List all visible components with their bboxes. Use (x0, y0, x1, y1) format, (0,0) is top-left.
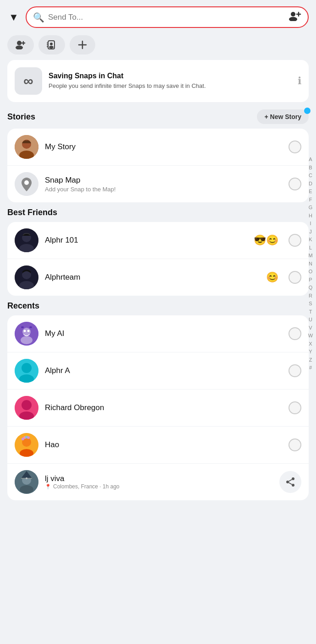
alpha-S[interactable]: S (307, 300, 314, 308)
best-friends-title: Best Friends (7, 208, 57, 217)
list-item[interactable]: Richard Obregon (7, 390, 309, 427)
best-friends-section: Best Friends Alphr 101 😎😊 (0, 208, 316, 301)
new-story-button[interactable]: + New Story (257, 109, 309, 124)
alpha-D[interactable]: D (307, 180, 314, 188)
list-item[interactable]: Alphrteam 😊 (7, 259, 309, 296)
add-friends-icon[interactable] (289, 11, 301, 23)
alpha-H[interactable]: H (307, 212, 314, 220)
item-name: My AI (45, 329, 282, 338)
select-radio[interactable] (289, 401, 301, 414)
svg-rect-33 (29, 326, 32, 328)
item-name: lj viva (45, 474, 273, 483)
alpha-R[interactable]: R (307, 292, 314, 300)
search-input[interactable] (48, 13, 285, 22)
notice-text: Saving Snaps in Chat People you send inf… (49, 72, 291, 90)
alpha-T[interactable]: T (307, 308, 314, 316)
item-info: My Story (45, 142, 282, 152)
list-item[interactable]: Alphr 101 😎😊 (7, 222, 309, 259)
best-friends-header: Best Friends (7, 208, 309, 217)
stories-header: Stories + New Story (7, 109, 309, 124)
friend-emojis: 😊 (266, 271, 278, 283)
alpha-J[interactable]: J (307, 228, 314, 236)
alpha-G[interactable]: G (307, 204, 314, 211)
alpha-W[interactable]: W (307, 332, 314, 340)
svg-point-4 (17, 41, 22, 45)
avatar (15, 172, 38, 196)
quick-actions (0, 32, 316, 60)
select-radio[interactable] (289, 438, 301, 451)
contacts-button[interactable] (38, 35, 65, 54)
alpha-hash[interactable]: # (307, 364, 314, 372)
alpha-U[interactable]: U (307, 316, 314, 324)
list-item[interactable]: My AI (7, 315, 309, 352)
select-radio[interactable] (289, 271, 301, 284)
select-radio[interactable] (289, 364, 301, 377)
alpha-A[interactable]: A (307, 156, 314, 163)
alpha-F[interactable]: F (307, 196, 314, 204)
alpha-Z[interactable]: Z (307, 356, 314, 364)
svg-point-30 (24, 330, 26, 332)
svg-point-52 (26, 477, 27, 479)
recents-header: Recents (7, 301, 309, 311)
item-info: Hao (45, 440, 282, 449)
alpha-Q[interactable]: Q (307, 284, 314, 292)
item-info: Snap Map Add your Snap to the Map! (45, 176, 282, 193)
list-item[interactable]: lj viva 📍 Colombes, France · 1h ago (7, 464, 309, 500)
select-radio[interactable] (289, 141, 301, 153)
select-radio[interactable] (289, 327, 301, 340)
location-pin-icon: 📍 (45, 484, 51, 490)
item-subtitle: 📍 Colombes, France · 1h ago (45, 483, 273, 490)
svg-point-31 (27, 330, 30, 332)
item-name: Alphrteam (45, 273, 260, 282)
alpha-O[interactable]: O (307, 268, 314, 276)
alpha-L[interactable]: L (307, 244, 314, 252)
select-radio[interactable] (289, 234, 301, 247)
svg-point-35 (22, 363, 32, 373)
item-name: Snap Map (45, 176, 282, 185)
svg-point-29 (21, 336, 33, 344)
list-item[interactable]: Snap Map Add your Snap to the Map! (7, 166, 309, 202)
item-name: Hao (45, 440, 282, 449)
svg-point-53 (292, 477, 294, 480)
svg-point-20 (24, 180, 29, 185)
recents-section: Recents My AI (0, 301, 316, 506)
alpha-V[interactable]: V (307, 324, 314, 332)
alpha-I[interactable]: I (307, 220, 314, 227)
new-story-notification-dot (304, 108, 311, 114)
search-bar[interactable]: 🔍 (26, 6, 309, 28)
share-button[interactable] (279, 471, 301, 493)
info-icon[interactable]: ℹ (298, 75, 301, 87)
svg-point-0 (291, 12, 295, 16)
alpha-K[interactable]: K (307, 236, 314, 244)
chevron-down-icon[interactable]: ▼ (7, 11, 20, 23)
alpha-X[interactable]: X (307, 340, 314, 348)
avatar (15, 359, 38, 383)
list-item[interactable]: Hao (7, 427, 309, 464)
item-info: lj viva 📍 Colombes, France · 1h ago (45, 474, 273, 490)
alpha-P[interactable]: P (307, 276, 314, 284)
recents-title: Recents (7, 301, 39, 311)
list-item[interactable]: My Story (7, 129, 309, 166)
header: ▼ 🔍 (0, 0, 316, 32)
alpha-B[interactable]: B (307, 164, 314, 172)
alpha-Y[interactable]: Y (307, 348, 314, 356)
avatar (15, 265, 38, 289)
alpha-E[interactable]: E (307, 188, 314, 195)
alpha-M[interactable]: M (307, 252, 314, 260)
svg-point-12 (50, 43, 53, 45)
add-button[interactable] (70, 35, 95, 54)
svg-point-49 (20, 485, 33, 493)
avatar (15, 396, 38, 420)
item-subtitle: Add your Snap to the Map! (45, 186, 282, 193)
svg-line-56 (289, 483, 292, 485)
notice-title: Saving Snaps in Chat (49, 72, 291, 80)
avatar (15, 228, 38, 252)
alpha-N[interactable]: N (307, 260, 314, 268)
select-radio[interactable] (289, 178, 301, 190)
svg-point-5 (16, 46, 23, 50)
recents-card: My AI Alphr A (7, 315, 309, 500)
add-friend-button[interactable] (7, 35, 34, 54)
list-item[interactable]: Alphr A (7, 352, 309, 390)
alpha-C[interactable]: C (307, 172, 314, 179)
item-info: My AI (45, 329, 282, 338)
